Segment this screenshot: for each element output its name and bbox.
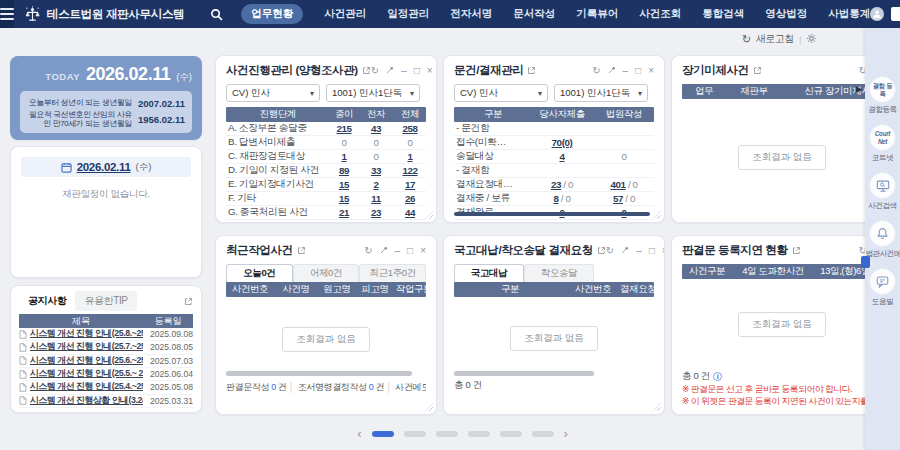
party-submitted-cell[interactable]: 70(0): [530, 137, 594, 148]
case-type-select[interactable]: CV) 민사▾: [454, 84, 548, 102]
close-icon[interactable]: ×: [648, 66, 654, 76]
refresh-icon[interactable]: ↻: [371, 66, 379, 76]
case-type-select[interactable]: CV) 민사▾: [226, 84, 320, 102]
total-count-link[interactable]: 122: [392, 165, 428, 176]
widget-refresh-bar[interactable]: ↻ 새로고침 |: [742, 33, 817, 46]
external-link-icon[interactable]: [362, 66, 371, 75]
party-submitted-cell[interactable]: 4: [530, 151, 594, 162]
chevron-right-icon[interactable]: ›: [564, 427, 568, 440]
chevron-left-icon[interactable]: ‹: [357, 427, 361, 440]
tab-tips[interactable]: 유용한TIP: [75, 291, 136, 311]
nav-item[interactable]: 사법통계: [828, 7, 870, 21]
paper-count-link[interactable]: 21: [328, 207, 360, 218]
sidebar-item-judge-case-memo[interactable]: 법관사건메모: [865, 220, 900, 259]
notice-title-link[interactable]: 시스템 개선 진행 안내(25.7.~25.8.): [30, 341, 143, 353]
total-count-link[interactable]: 44: [392, 207, 428, 218]
electronic-count-link[interactable]: 43: [360, 123, 392, 134]
resize-handle[interactable]: [653, 211, 661, 219]
nav-item[interactable]: 일정관리: [387, 7, 429, 21]
sidebar-item-defect-report[interactable]: 결함 등록 결함등록: [865, 76, 900, 115]
maximize-icon[interactable]: □: [635, 66, 641, 76]
sidebar-item-help[interactable]: 도움말: [865, 268, 900, 307]
total-count-link[interactable]: 1: [392, 151, 428, 162]
external-link-icon[interactable]: [753, 66, 762, 75]
paper-count-link[interactable]: 0: [328, 137, 360, 148]
electronic-count-link[interactable]: 0: [360, 137, 392, 148]
page-dot[interactable]: [436, 431, 458, 437]
close-icon[interactable]: ×: [420, 246, 426, 256]
nav-item[interactable]: 사건조회: [639, 7, 681, 21]
party-submitted-cell[interactable]: 8 / 0: [530, 193, 594, 204]
court-division-select[interactable]: 1001) 민사1단독▾: [326, 84, 420, 102]
expand-columns-button[interactable]: ▶: [853, 78, 865, 100]
nav-item[interactable]: 통합검색: [702, 7, 744, 21]
nav-item[interactable]: 업무현황: [241, 4, 303, 24]
page-dot[interactable]: [532, 431, 554, 437]
pin-icon[interactable]: [608, 66, 616, 76]
pin-icon[interactable]: [386, 66, 394, 76]
maximize-icon[interactable]: □: [407, 246, 413, 256]
hamburger-menu-icon[interactable]: [0, 0, 14, 28]
nav-item[interactable]: 영상법정: [765, 7, 807, 21]
party-submitted-cell[interactable]: 23 / 0: [530, 179, 594, 190]
sidebar-item-case-search[interactable]: 사건검색: [865, 172, 900, 211]
minimize-icon[interactable]: –: [401, 66, 407, 76]
widget-settings-gear-icon[interactable]: [806, 33, 817, 46]
sidebar-item-courtnet[interactable]: Court Net 코트넷: [865, 124, 900, 163]
tab[interactable]: 국고대납: [454, 264, 524, 282]
court-division-select[interactable]: 1001) 민사1단독▾: [554, 84, 648, 102]
resize-handle[interactable]: [653, 403, 661, 411]
notice-title-link[interactable]: 시스템 개선 진행 안내(25.8.~25.9.): [30, 328, 143, 340]
paper-count-link[interactable]: 1: [328, 151, 360, 162]
nav-item[interactable]: 사건관리: [324, 7, 366, 21]
tab[interactable]: 어제0건: [293, 264, 360, 282]
notification-badge[interactable]: [861, 256, 870, 268]
tab[interactable]: 최근1주0건: [359, 264, 426, 282]
external-link-icon[interactable]: [597, 246, 606, 255]
page-dot[interactable]: [500, 431, 522, 437]
nav-item[interactable]: 문서작성: [513, 7, 555, 21]
external-link-icon[interactable]: [184, 297, 193, 306]
maximize-icon[interactable]: □: [414, 66, 420, 76]
horizontal-scrollbar[interactable]: [454, 371, 594, 376]
refresh-icon[interactable]: ↻: [606, 246, 614, 256]
minimize-icon[interactable]: –: [395, 246, 401, 256]
total-count-link[interactable]: 258: [392, 123, 428, 134]
electronic-count-link[interactable]: 2: [360, 179, 392, 190]
search-icon[interactable]: [210, 8, 223, 21]
court-created-cell[interactable]: 0: [594, 151, 654, 162]
paper-count-link[interactable]: 15: [328, 193, 360, 204]
paper-count-link[interactable]: 215: [328, 123, 360, 134]
tab[interactable]: 오늘0건: [226, 264, 293, 282]
court-created-cell[interactable]: 57 / 0: [594, 193, 654, 204]
total-count-link[interactable]: 0: [392, 137, 428, 148]
tab[interactable]: 착오송달: [524, 264, 594, 282]
pin-icon[interactable]: [380, 246, 388, 256]
tab-notices[interactable]: 공지사항: [19, 291, 75, 311]
page-dot[interactable]: [372, 431, 394, 437]
refresh-icon[interactable]: ↻: [592, 66, 600, 76]
nav-item[interactable]: 기록뷰어: [576, 7, 618, 21]
refresh-icon[interactable]: ↻: [364, 246, 372, 256]
horizontal-scrollbar[interactable]: [454, 212, 650, 216]
notice-title-link[interactable]: 시스템 개선 진행 안내(25.6.~25.7.): [30, 355, 143, 367]
court-created-cell[interactable]: 401 / 0: [594, 179, 654, 190]
notice-title-link[interactable]: 시스템 개선 진행 안내(25.4.~25.5.): [30, 381, 143, 393]
close-icon[interactable]: ×: [427, 66, 433, 76]
notice-title-link[interactable]: 시스템 개선 진행 안내(25.5.~ 25.6.): [30, 368, 143, 380]
close-icon[interactable]: ×: [662, 246, 665, 256]
electronic-count-link[interactable]: 23: [360, 207, 392, 218]
minimize-icon[interactable]: –: [636, 246, 642, 256]
external-link-icon[interactable]: [297, 246, 306, 255]
horizontal-scrollbar[interactable]: [226, 371, 412, 376]
user-avatar[interactable]: [870, 7, 884, 21]
minimize-icon[interactable]: –: [623, 66, 629, 76]
resize-handle[interactable]: [425, 403, 433, 411]
external-link-icon[interactable]: [527, 66, 536, 75]
total-count-link[interactable]: 26: [392, 193, 428, 204]
schedule-date-picker[interactable]: 2026.02.11 (수): [21, 157, 191, 177]
paper-count-link[interactable]: 15: [328, 179, 360, 190]
nav-item[interactable]: 전자서명: [450, 7, 492, 21]
electronic-count-link[interactable]: 33: [360, 165, 392, 176]
notice-title-link[interactable]: 시스템 개선 진행상황 안내(3.24.~…: [30, 395, 143, 407]
